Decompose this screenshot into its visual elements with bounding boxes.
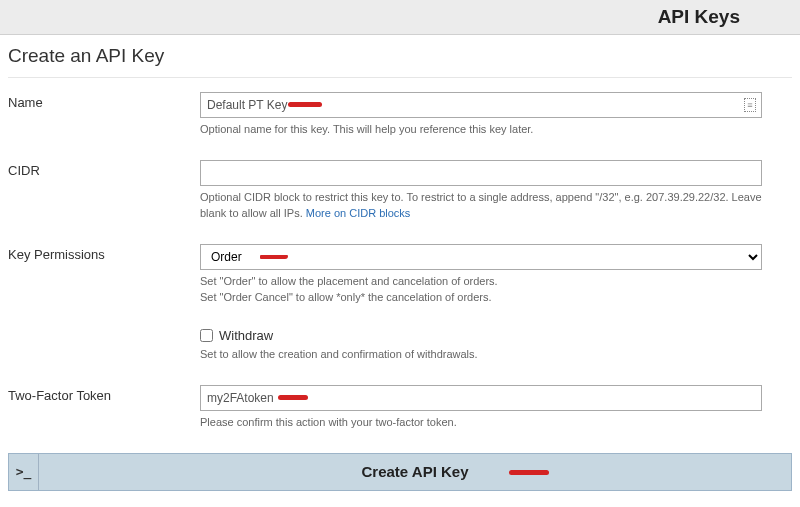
cidr-help: Optional CIDR block to restrict this key… xyxy=(200,190,762,222)
submit-bar: >_ Create API Key xyxy=(8,453,792,491)
form-content: Create an API Key Name ≡ Optional name f… xyxy=(0,35,800,431)
permissions-label: Key Permissions xyxy=(8,244,200,306)
withdraw-field-wrap: Withdraw Set to allow the creation and c… xyxy=(200,328,792,363)
autofill-icon: ≡ xyxy=(744,98,756,112)
form-row-permissions: Key Permissions Order Set "Order" to all… xyxy=(8,244,792,306)
twofa-help: Please confirm this action with your two… xyxy=(200,415,762,431)
name-label: Name xyxy=(8,92,200,138)
form-row-name: Name ≡ Optional name for this key. This … xyxy=(8,92,792,138)
twofa-label: Two-Factor Token xyxy=(8,385,200,431)
form-row-withdraw: Withdraw Set to allow the creation and c… xyxy=(8,328,792,363)
cidr-field-wrap: Optional CIDR block to restrict this key… xyxy=(200,160,792,222)
withdraw-help: Set to allow the creation and confirmati… xyxy=(200,347,762,363)
withdraw-checkbox[interactable] xyxy=(200,329,213,342)
page-title: Create an API Key xyxy=(8,45,792,67)
permissions-select[interactable]: Order xyxy=(200,244,762,270)
page-header-title: API Keys xyxy=(658,6,740,28)
header-bar: API Keys xyxy=(0,0,800,35)
divider xyxy=(8,77,792,78)
permissions-help-2: Set "Order Cancel" to allow *only* the c… xyxy=(200,291,492,303)
form-row-cidr: CIDR Optional CIDR block to restrict thi… xyxy=(8,160,792,222)
withdraw-label: Withdraw xyxy=(219,328,273,343)
twofa-input[interactable] xyxy=(200,385,762,411)
name-input[interactable] xyxy=(200,92,762,118)
permissions-help-1: Set "Order" to allow the placement and c… xyxy=(200,275,498,287)
permissions-field-wrap: Order Set "Order" to allow the placement… xyxy=(200,244,792,306)
prompt-icon: >_ xyxy=(9,454,39,490)
twofa-field-wrap: Please confirm this action with your two… xyxy=(200,385,792,431)
create-api-key-button[interactable]: Create API Key xyxy=(39,454,791,490)
name-field-wrap: ≡ Optional name for this key. This will … xyxy=(200,92,792,138)
name-help: Optional name for this key. This will he… xyxy=(200,122,762,138)
cidr-help-text: Optional CIDR block to restrict this key… xyxy=(200,191,762,219)
form-row-twofa: Two-Factor Token Please confirm this act… xyxy=(8,385,792,431)
cidr-label: CIDR xyxy=(8,160,200,222)
permissions-help: Set "Order" to allow the placement and c… xyxy=(200,274,762,306)
cidr-input[interactable] xyxy=(200,160,762,186)
cidr-help-link[interactable]: More on CIDR blocks xyxy=(306,207,411,219)
